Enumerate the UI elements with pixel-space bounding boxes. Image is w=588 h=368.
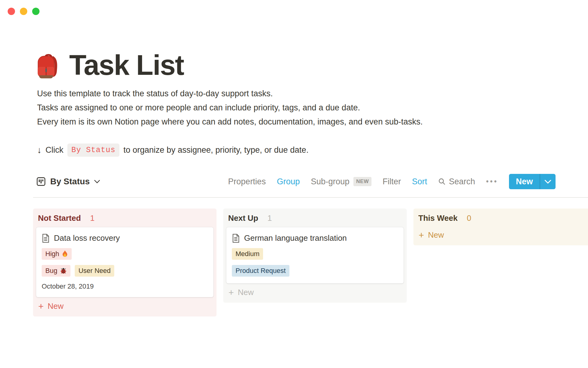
down-arrow-icon: ↓	[37, 145, 42, 155]
chevron-down-icon	[94, 180, 100, 183]
search-label: Search	[449, 177, 475, 186]
add-card-button-next-up[interactable]: + New	[223, 283, 407, 299]
properties-button[interactable]: Properties	[228, 177, 266, 186]
minimize-window-button[interactable]	[20, 8, 27, 15]
page-description: Use this template to track the status of…	[37, 86, 423, 129]
page-doc-icon	[232, 234, 240, 243]
card-german-language-translation[interactable]: German language translation Medium Produ…	[226, 227, 404, 283]
card-due-date: October 28, 2019	[42, 282, 208, 290]
plus-icon: +	[38, 302, 44, 310]
toolbar-divider	[33, 197, 588, 198]
column-title: Next Up	[228, 213, 258, 223]
plus-icon: +	[228, 289, 234, 297]
card-title: Data loss recovery	[54, 233, 120, 243]
view-switcher[interactable]: By Status	[36, 177, 100, 186]
add-card-button-this-week[interactable]: + New	[413, 227, 588, 242]
new-button-dropdown[interactable]	[540, 174, 556, 189]
search-button[interactable]: Search	[438, 177, 475, 186]
column-cards: German language translation Medium Produ…	[223, 227, 407, 283]
kanban-board: Not Started 1 Data loss recovery	[33, 209, 588, 316]
column-header-not-started[interactable]: Not Started 1	[33, 209, 217, 227]
column-count: 1	[90, 213, 94, 223]
column-title: This Week	[418, 213, 458, 223]
column-title: Not Started	[38, 213, 81, 223]
view-switcher-label: By Status	[50, 177, 90, 186]
new-record-button[interactable]: New	[509, 174, 556, 189]
by-status-code-chip: By Status	[67, 144, 119, 157]
description-line: Use this template to track the status of…	[37, 86, 423, 101]
board-column-next-up: Next Up 1 German language translati	[223, 209, 407, 303]
filter-button[interactable]: Filter	[383, 177, 401, 186]
priority-tag-medium: Medium	[232, 248, 263, 260]
page-doc-icon	[42, 234, 50, 243]
column-count: 0	[467, 213, 471, 223]
window-controls	[8, 8, 40, 15]
more-options-button[interactable]: •••	[486, 178, 498, 186]
backpack-emoji-icon	[36, 52, 61, 79]
view-toolbar: By Status Properties Group Sub-group NEW…	[36, 174, 556, 190]
ladybug-icon	[60, 267, 67, 274]
card-data-loss-recovery[interactable]: Data loss recovery High	[36, 227, 213, 297]
fire-icon	[62, 250, 68, 258]
plus-icon: +	[419, 231, 424, 239]
search-icon	[438, 178, 446, 185]
description-line: Tasks are assigned to one or more people…	[37, 101, 423, 115]
description-line: Every item is its own Notion page where …	[37, 115, 423, 129]
column-header-this-week[interactable]: This Week 0	[413, 209, 588, 227]
sub-group-label: Sub-group	[311, 177, 349, 186]
sort-button[interactable]: Sort	[412, 177, 427, 186]
toolbar-menu: Properties Group Sub-group NEW Filter So…	[228, 174, 556, 189]
zoom-window-button[interactable]	[32, 8, 40, 15]
page-title: Task List	[69, 49, 184, 81]
column-cards: Data loss recovery High	[33, 227, 217, 297]
hint-line: ↓ Click By Status to organize by assigne…	[37, 144, 308, 157]
hint-suffix: to organize by assignee, priority, type,…	[123, 145, 308, 155]
column-header-next-up[interactable]: Next Up 1	[223, 209, 407, 227]
new-record-button-label[interactable]: New	[509, 174, 540, 189]
column-count: 1	[267, 213, 272, 223]
type-tag-product-request: Product Request	[232, 265, 289, 277]
page-header: Task List	[36, 49, 184, 81]
board-view-icon	[36, 177, 46, 186]
close-window-button[interactable]	[8, 8, 15, 15]
card-title: German language translation	[244, 233, 347, 243]
priority-tag-high: High	[42, 248, 72, 260]
board-column-not-started: Not Started 1 Data loss recovery	[33, 209, 217, 316]
hint-prefix: Click	[46, 145, 64, 155]
tag-user-need: User Need	[75, 265, 114, 277]
sub-group-button[interactable]: Sub-group NEW	[311, 177, 371, 186]
group-button[interactable]: Group	[277, 177, 300, 186]
add-card-button-not-started[interactable]: + New	[33, 297, 217, 313]
board-column-this-week: This Week 0 + New	[413, 209, 588, 245]
new-feature-badge: NEW	[353, 177, 371, 186]
type-tag-bug: Bug	[42, 265, 70, 277]
